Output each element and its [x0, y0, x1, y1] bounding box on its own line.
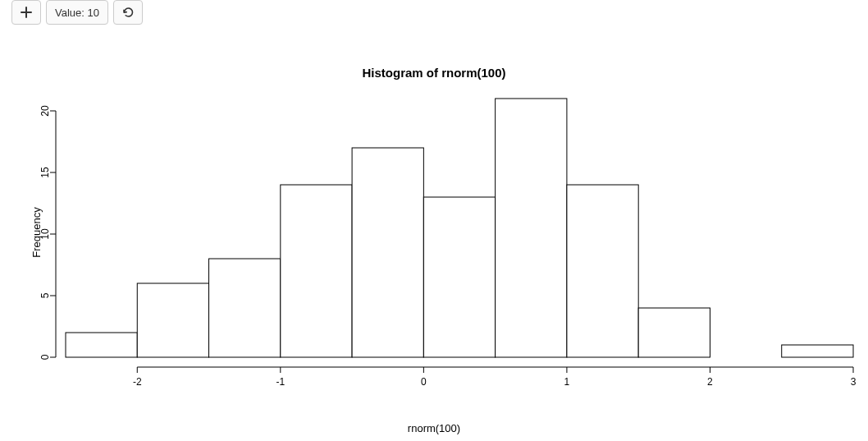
y-tick-label: 5: [39, 292, 51, 298]
histogram-bar: [496, 99, 567, 357]
histogram-bar: [567, 185, 638, 357]
x-tick-label: 1: [564, 376, 570, 388]
plus-icon: [21, 7, 32, 18]
plot-panel: Histogram of rnorm(100) Frequency rnorm(…: [0, 25, 868, 439]
y-tick-label: 0: [39, 354, 51, 360]
histogram-bar: [66, 333, 137, 357]
histogram-bar: [137, 283, 208, 357]
x-tick-label: 2: [707, 376, 713, 388]
y-tick-label: 20: [39, 105, 51, 117]
undo-icon: [121, 6, 135, 19]
histogram-plot: -2-1012305101520: [0, 25, 868, 439]
histogram-bar: [352, 148, 423, 357]
x-tick-label: -2: [133, 376, 142, 388]
toolbar: Value: 10: [0, 0, 868, 25]
value-label: Value: 10: [55, 7, 99, 19]
reset-button[interactable]: [113, 0, 143, 25]
x-tick-label: 3: [851, 376, 857, 388]
y-tick-label: 15: [39, 167, 51, 178]
x-tick-label: 0: [421, 376, 427, 388]
histogram-bar: [209, 259, 281, 357]
histogram-bar: [782, 345, 853, 357]
histogram-bar: [281, 185, 352, 357]
add-button[interactable]: [11, 0, 41, 25]
histogram-bar: [423, 197, 495, 357]
x-tick-label: -1: [276, 376, 285, 388]
y-tick-label: 10: [39, 228, 51, 240]
histogram-bar: [638, 308, 710, 357]
value-button[interactable]: Value: 10: [46, 0, 108, 25]
